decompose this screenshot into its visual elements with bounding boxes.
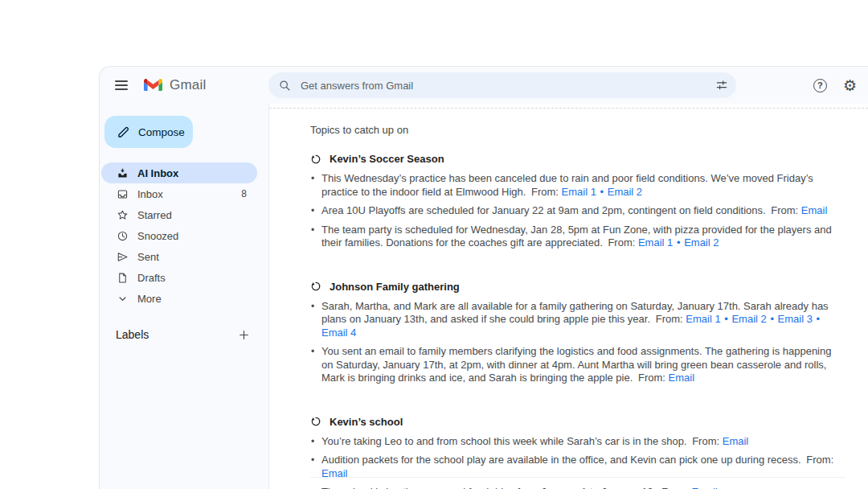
summary-bullet: •You sent an email to family members cla… (310, 345, 834, 385)
top-actions: ? ⚙ (813, 67, 857, 104)
sidebar-item-label: More (137, 293, 162, 305)
document-icon (116, 271, 129, 284)
from-label: From: (531, 186, 559, 198)
from-label: From: (771, 204, 798, 216)
sidebar-item-sent[interactable]: Sent (101, 246, 257, 267)
sidebar-item-snoozed[interactable]: Snoozed (101, 225, 257, 246)
email-link[interactable]: Email (691, 486, 718, 489)
from-label: From: (806, 454, 833, 466)
chevron-down-icon (116, 292, 129, 305)
settings-gear-icon[interactable]: ⚙ (843, 78, 857, 93)
link-separator: • (676, 236, 682, 249)
sidebar-item-label: Sent (137, 251, 159, 263)
bullet-text: The team party is scheduled for Wednesda… (321, 224, 832, 249)
email-link[interactable]: Email 3 (778, 313, 813, 325)
pencil-icon (117, 125, 130, 139)
top-bar: Gmail ? ⚙ (100, 67, 868, 104)
compose-label: Compose (138, 126, 185, 138)
sidebar-item-ai-inbox[interactable]: AI Inbox (101, 162, 257, 183)
topic-section-kevins-soccer-season: Kevin’s Soccer Season •This Wednesday’s … (310, 153, 844, 250)
bottom-divider (310, 477, 845, 478)
gmail-app-window: Gmail ? ⚙ (99, 66, 868, 489)
bullet-dot: • (311, 204, 314, 218)
topics-heading: Topics to catch up on (310, 124, 844, 136)
from-label: From: (661, 486, 689, 489)
summary-bullet: •This Wednesday’s practice has been canc… (310, 172, 834, 199)
bullet-dot: • (311, 224, 314, 237)
bullet-dot: • (311, 454, 314, 467)
email-link[interactable]: Email 4 (321, 327, 356, 339)
send-icon (116, 250, 129, 263)
ai-inbox-icon (116, 166, 129, 179)
bullet-text: Audition packets for the school play are… (321, 454, 801, 466)
bullet-text: The school is hosting a canned food driv… (321, 486, 656, 489)
inbox-unread-count: 8 (241, 188, 247, 199)
bullet-dot: • (311, 300, 314, 314)
sidebar-item-drafts[interactable]: Drafts (101, 267, 257, 288)
compose-button[interactable]: Compose (104, 116, 193, 148)
clock-icon (116, 229, 129, 242)
search-input[interactable] (299, 79, 715, 92)
summary-bullet: •Area 10U Playoffs are scheduled for Jan… (310, 204, 834, 218)
email-link[interactable]: Email 2 (608, 186, 642, 198)
star-icon (116, 208, 129, 221)
main-menu-icon[interactable] (115, 80, 128, 90)
sidebar-item-label: AI Inbox (137, 167, 178, 179)
email-link[interactable]: Email 1 (562, 186, 596, 198)
section-title: Kevin’s Soccer Season (330, 153, 444, 165)
sidebar-item-label: Inbox (137, 188, 163, 200)
sidebar-item-inbox[interactable]: Inbox 8 (101, 183, 257, 204)
labels-section-header: Labels (100, 325, 268, 344)
gmail-logo-icon (144, 78, 162, 92)
link-separator: • (816, 313, 821, 325)
sidebar-nav: AI Inbox Inbox 8 Starred (100, 162, 268, 309)
inbox-icon (116, 187, 129, 200)
topic-section-johnson-family-gathering: Johnson Family gathering •Sarah, Martha,… (310, 281, 844, 385)
link-separator: • (769, 313, 775, 325)
link-separator: • (723, 313, 729, 325)
body-row: Compose AI Inbox Inbox 8 (100, 104, 868, 489)
sidebar: Compose AI Inbox Inbox 8 (100, 104, 268, 489)
from-label: From: (638, 372, 665, 384)
sidebar-item-label: Snoozed (137, 230, 178, 242)
section-title: Johnson Family gathering (330, 281, 460, 293)
email-link[interactable]: Email (723, 435, 749, 447)
email-link[interactable]: Email 2 (684, 236, 719, 249)
email-link[interactable]: Email (669, 372, 695, 384)
search-options-tune-icon[interactable] (715, 79, 728, 92)
search-bar[interactable] (268, 72, 736, 98)
bullet-dot: • (311, 435, 314, 449)
bullet-text: You sent an email to family members clar… (321, 345, 831, 384)
summary-bullet: •The team party is scheduled for Wednesd… (310, 224, 834, 250)
bullet-text: Area 10U Playoffs are scheduled for Janu… (321, 204, 766, 216)
section-title: Kevin’s school (330, 416, 403, 428)
email-link[interactable]: Email (801, 204, 828, 216)
main-content: Topics to catch up on Kevin’s Soccer Sea… (268, 104, 868, 489)
sidebar-item-starred[interactable]: Starred (101, 204, 257, 225)
summary-bullet: •You’re taking Leo to and from school th… (310, 435, 834, 449)
link-separator: • (600, 186, 605, 198)
history-refresh-icon (310, 416, 321, 427)
email-link[interactable]: Email 2 (731, 313, 766, 325)
bullet-dot: • (311, 172, 314, 186)
bullet-text: You’re taking Leo to and from school thi… (321, 435, 687, 447)
summary-bullet: •Sarah, Martha, and Mark are all availab… (310, 300, 834, 340)
summary-bullet: •The school is hosting a canned food dri… (310, 486, 834, 489)
email-link[interactable]: Email 1 (638, 236, 673, 249)
history-refresh-icon (310, 281, 321, 292)
from-label: From: (692, 435, 719, 447)
labels-heading: Labels (116, 328, 149, 341)
bullet-dot: • (311, 486, 314, 489)
create-label-plus-icon[interactable] (238, 329, 250, 341)
help-icon[interactable]: ? (813, 79, 827, 92)
sidebar-item-more[interactable]: More (101, 288, 257, 309)
from-label: From: (656, 313, 683, 325)
sidebar-item-label: Starred (137, 209, 172, 221)
gmail-brand: Gmail (144, 77, 206, 93)
email-link[interactable]: Email 1 (686, 313, 720, 325)
page-background: Gmail ? ⚙ (0, 0, 868, 489)
sidebar-item-label: Drafts (137, 272, 166, 284)
from-label: From: (608, 236, 635, 249)
search-icon (278, 79, 291, 92)
app-title: Gmail (170, 77, 206, 93)
